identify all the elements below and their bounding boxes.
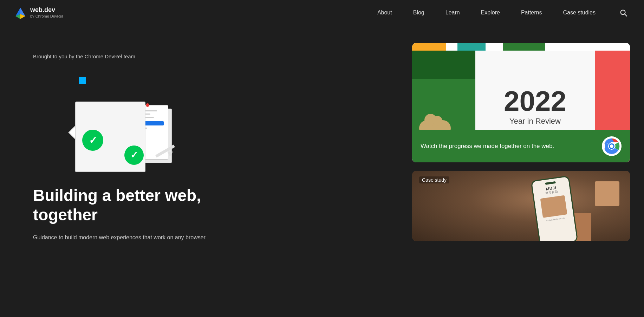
hero-section: Brought to you by the Chrome DevRel team [33,39,398,303]
search-button[interactable] [617,6,630,19]
nav-explore[interactable]: Explore [481,8,500,17]
case-study-image: MUJI 無印良品 Product details and info Case … [412,171,630,241]
review-subtitle: Year in Review [509,117,561,126]
svg-point-6 [610,144,613,148]
review-bottom-text: Watch the progress we made together on t… [421,142,595,150]
cb-rest [545,43,630,51]
pin-dot [146,103,149,107]
search-icon [619,9,627,17]
nav-case-studies[interactable]: Case studies [563,8,596,17]
phone-screen: MUJI 無印良品 Product details and info [532,177,577,241]
box-illustration: ✓ ✓ [54,84,181,172]
year-review-visual: 2022 Year in Review Watch the progress w… [412,43,630,162]
review-left-dark [412,51,475,79]
review-bottom-overlay: Watch the progress we made together on t… [412,130,630,162]
nav-blog[interactable]: Blog [413,8,424,17]
site-header: web.dev by Chrome DevRel About Blog Lear… [0,0,644,25]
cb-orange [412,43,446,51]
hero-illustration: ✓ ✓ [33,73,188,172]
cb-teal [457,43,486,51]
cards-section: 2022 Year in Review Watch the progress w… [412,39,630,303]
nav-about[interactable]: About [377,8,392,17]
color-bar-top [412,43,630,51]
case-study-card[interactable]: MUJI 無印良品 Product details and info Case … [412,171,630,241]
hero-headline: Building a better web, together [33,186,209,225]
svg-line-1 [625,14,627,16]
hero-tagline: Brought to you by the Chrome DevRel team [33,53,398,59]
site-logo[interactable]: web.dev by Chrome DevRel [14,6,63,19]
logo-subtitle: by Chrome DevRel [30,14,63,19]
svg-point-0 [621,10,625,14]
muji-description: Product details and info [546,217,565,221]
check-circle-2: ✓ [124,145,144,165]
nav-learn[interactable]: Learn [445,8,460,17]
webdev-logo-icon [14,6,27,19]
year-review-card[interactable]: 2022 Year in Review Watch the progress w… [412,43,630,162]
cb-green [503,43,545,51]
cb-gap1 [446,43,457,51]
review-year: 2022 [504,87,566,115]
logo-title: web.dev [30,6,63,14]
nav-patterns[interactable]: Patterns [521,8,542,17]
blue-square-decoration [79,77,86,84]
main-content: Brought to you by the Chrome DevRel team [0,25,644,317]
wood-block-right [595,181,619,206]
case-study-badge: Case study [419,176,449,183]
chrome-logo-icon [602,136,622,156]
muji-product [540,195,567,218]
logo-text-block: web.dev by Chrome DevRel [30,6,63,19]
hero-description: Guidance to build modern web experiences… [33,233,216,242]
main-nav: About Blog Learn Explore Patterns Case s… [377,8,596,17]
cb-gap2 [486,43,502,51]
check-circle-1: ✓ [82,130,103,151]
